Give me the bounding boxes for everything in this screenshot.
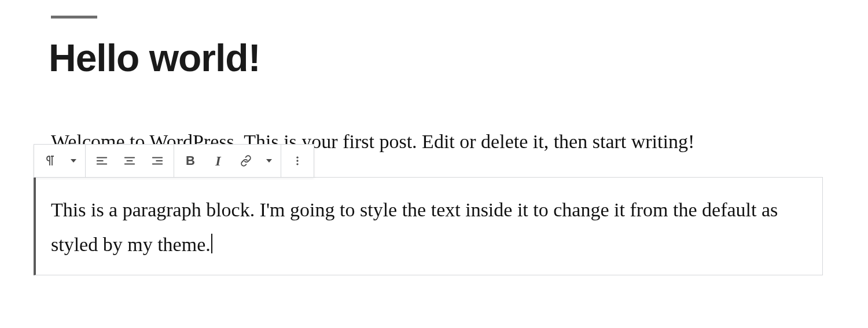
block-type-group bbox=[34, 145, 86, 177]
pilcrow-icon bbox=[43, 154, 57, 168]
link-button[interactable] bbox=[232, 147, 260, 175]
bold-button[interactable]: B bbox=[176, 147, 204, 175]
block-type-dropdown[interactable] bbox=[64, 147, 83, 175]
title-divider bbox=[51, 16, 97, 19]
align-center-button[interactable] bbox=[116, 147, 144, 175]
link-icon bbox=[239, 154, 253, 168]
svg-point-11 bbox=[296, 163, 298, 165]
alignment-group bbox=[86, 145, 174, 177]
align-left-icon bbox=[95, 154, 108, 167]
bold-icon: B bbox=[186, 153, 195, 168]
align-right-icon bbox=[151, 154, 164, 167]
svg-point-10 bbox=[296, 160, 298, 161]
more-inline-dropdown[interactable] bbox=[260, 147, 278, 175]
italic-icon: I bbox=[215, 153, 220, 169]
chevron-down-icon bbox=[266, 159, 272, 163]
post-title[interactable]: Hello world! bbox=[49, 36, 260, 80]
paragraph-block-text[interactable]: This is a paragraph block. I'm going to … bbox=[51, 193, 806, 261]
more-options-button[interactable] bbox=[284, 147, 311, 175]
align-right-button[interactable] bbox=[144, 147, 171, 175]
svg-point-9 bbox=[296, 157, 298, 159]
block-toolbar: B I bbox=[34, 144, 314, 178]
align-center-icon bbox=[123, 154, 136, 167]
italic-button[interactable]: I bbox=[204, 147, 232, 175]
align-left-button[interactable] bbox=[88, 147, 116, 175]
paragraph-text-content: This is a paragraph block. I'm going to … bbox=[51, 199, 778, 255]
block-type-button[interactable] bbox=[36, 147, 64, 175]
text-cursor bbox=[211, 234, 212, 253]
paragraph-block[interactable]: This is a paragraph block. I'm going to … bbox=[34, 177, 823, 275]
inline-format-group: B I bbox=[174, 145, 281, 177]
more-options-group bbox=[281, 145, 314, 177]
editor-canvas: Hello world! Welcome to WordPress. This … bbox=[0, 0, 868, 328]
chevron-down-icon bbox=[71, 159, 76, 163]
kebab-icon bbox=[292, 155, 303, 167]
